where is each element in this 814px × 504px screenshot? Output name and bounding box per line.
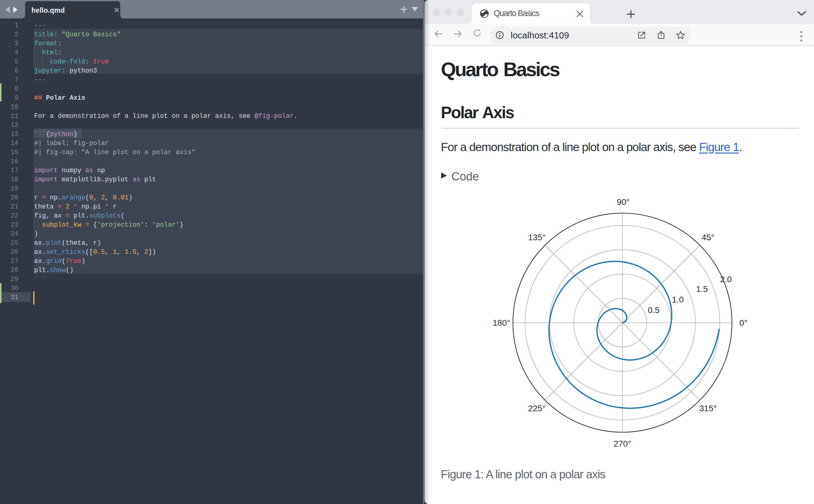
svg-text:1.5: 1.5 (696, 284, 708, 294)
svg-text:45°: 45° (702, 233, 714, 242)
svg-text:225°: 225° (528, 404, 546, 413)
svg-text:0.5: 0.5 (648, 305, 660, 315)
svg-text:135°: 135° (528, 233, 546, 242)
svg-text:0°: 0° (739, 318, 748, 328)
svg-text:315°: 315° (699, 404, 717, 413)
svg-text:2.0: 2.0 (720, 275, 732, 284)
svg-text:1.0: 1.0 (672, 295, 684, 304)
svg-text:90°: 90° (617, 197, 629, 207)
svg-text:270°: 270° (614, 439, 631, 448)
svg-text:180°: 180° (493, 318, 510, 328)
